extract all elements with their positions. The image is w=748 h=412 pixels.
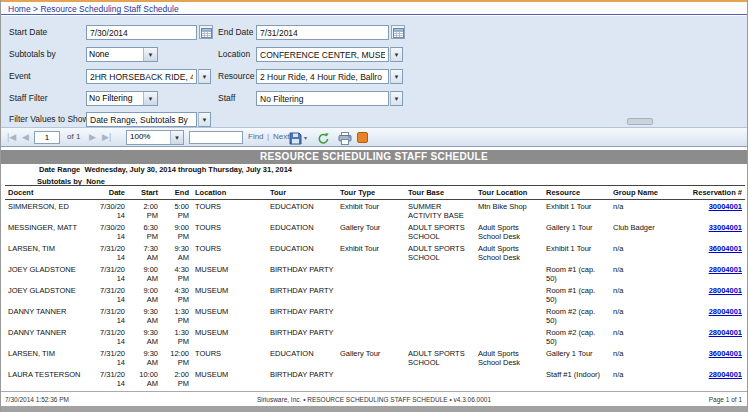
cell: MUSEUM [192, 326, 267, 347]
cell: MUSEUM [192, 284, 267, 305]
cell: Room #1 (cap. 50) [543, 263, 610, 284]
end-date-calendar-icon[interactable] [391, 25, 405, 39]
cell [405, 305, 475, 326]
cell: SUMMER ACTIVITY BASE [405, 200, 475, 222]
cell: 7:30 AM [128, 242, 161, 263]
cell: EDUCATION [267, 221, 337, 242]
cell: Staff #1 (Indoor) [543, 368, 610, 389]
reservation-link[interactable]: 28004001 [709, 370, 742, 379]
prev-page-icon[interactable]: ◀ [22, 131, 29, 144]
reservation-link[interactable]: 30004001 [709, 202, 742, 211]
cell: 28004001 [672, 368, 745, 389]
cell: TOURS [192, 221, 267, 242]
start-date-input[interactable] [86, 25, 197, 40]
data-feed-icon[interactable] [357, 132, 368, 143]
zoom-value: 100% [127, 131, 170, 144]
report-footer: 7/30/2014 1:52:36 PM Siriusware, Inc. • … [1, 391, 747, 407]
cell: Room #1 (cap. 50) [543, 284, 610, 305]
cell: 36004001 [672, 242, 745, 263]
cell: Mtn Bike Shop [475, 200, 543, 222]
cell: Gallery 1 Tour [543, 221, 610, 242]
export-save-icon[interactable] [289, 131, 303, 144]
breadcrumb: Home > Resource Scheduling Staff Schedul… [1, 2, 747, 15]
cell: Exhibit Tour [337, 200, 405, 222]
event-dropdown-icon[interactable]: ▼ [198, 69, 211, 84]
footer-page-info: Page 1 of 1 [709, 396, 742, 403]
filter-values-input[interactable] [86, 112, 197, 127]
next-link[interactable]: Next [273, 132, 289, 141]
reservation-link[interactable]: 28004001 [709, 307, 742, 316]
cell: Adult Sports School Desk [475, 347, 543, 368]
cell: 9:00 AM [128, 284, 161, 305]
column-header: Tour [267, 186, 337, 200]
cell: 33004001 [672, 221, 745, 242]
staff-input[interactable] [256, 91, 389, 106]
cell [405, 368, 475, 389]
resource-input[interactable] [256, 69, 389, 84]
event-input[interactable] [86, 69, 197, 84]
cell: DANNY TANNER [5, 326, 95, 347]
reservation-link[interactable]: 36004001 [709, 244, 742, 253]
filter-panel: Start Date End Date Subtotals by None▼ L… [1, 16, 747, 127]
chevron-down-icon[interactable]: ▼ [143, 48, 157, 61]
staff-dropdown-icon[interactable]: ▼ [390, 91, 403, 106]
reservation-link[interactable]: 28004001 [709, 286, 742, 295]
cell [337, 305, 405, 326]
cell: ADULT SPORTS SCHOOL [405, 242, 475, 263]
cell: 1:30 PM [161, 326, 192, 347]
table-row: DANNY TANNER7/31/20149:30 AM1:30 PMMUSEU… [5, 326, 745, 347]
reservation-link[interactable]: 36004001 [709, 349, 742, 358]
cell: 7/30/2014 [95, 200, 128, 222]
print-icon[interactable] [338, 131, 352, 144]
subtotals-by-label: Subtotals by [9, 47, 56, 62]
first-page-icon[interactable]: |◀ [7, 131, 16, 144]
location-dropdown-icon[interactable]: ▼ [390, 47, 403, 62]
start-date-calendar-icon[interactable] [199, 25, 213, 39]
staff-field: ▼ [256, 91, 403, 106]
column-header: Tour Base [405, 186, 475, 200]
cell: 12:00 PM [161, 347, 192, 368]
cell: BIRTHDAY PARTY [267, 284, 337, 305]
find-input[interactable] [189, 131, 243, 144]
cell: ADULT SPORTS SCHOOL [405, 221, 475, 242]
cell: Gallery 1 Tour [543, 347, 610, 368]
date-range-label: Date Range [39, 165, 80, 174]
cell: n/a [610, 347, 672, 368]
report-meta: Date Range Wednesday, July 30, 2014 thro… [1, 165, 747, 186]
cell: BIRTHDAY PARTY [267, 263, 337, 284]
page-number-input[interactable] [34, 131, 60, 144]
reservation-link[interactable]: 28004001 [709, 328, 742, 337]
reservation-link[interactable]: 28004001 [709, 265, 742, 274]
cell: n/a [610, 326, 672, 347]
table-row: JOEY GLADSTONE7/31/20149:00 AM4:30 PMMUS… [5, 284, 745, 305]
cell [475, 263, 543, 284]
cell: 9:30 AM [128, 347, 161, 368]
cell: Adult Sports School Desk [475, 242, 543, 263]
breadcrumb-home-link[interactable]: Home [8, 4, 31, 14]
cell: EDUCATION [267, 347, 337, 368]
export-caret-icon[interactable]: ▾ [304, 134, 307, 141]
cell: 7/31/2014 [95, 284, 128, 305]
next-page-icon[interactable]: ▶ [89, 131, 96, 144]
table-row: LARSEN, TIM7/31/20147:30 AM9:30 AMTOURSE… [5, 242, 745, 263]
refresh-icon[interactable] [317, 131, 331, 144]
staff-filter-select[interactable]: No Filtering▼ [86, 91, 158, 106]
page-of-label: of 1 [67, 132, 80, 141]
reservation-link[interactable]: 33004001 [709, 223, 742, 232]
zoom-select[interactable]: 100% ▼ [126, 130, 184, 145]
last-page-icon[interactable]: ▶| [102, 131, 111, 144]
find-link[interactable]: Find [248, 132, 264, 141]
chevron-down-icon[interactable]: ▼ [143, 92, 157, 105]
filter-values-dropdown-icon[interactable]: ▼ [198, 112, 211, 127]
resource-dropdown-icon[interactable]: ▼ [390, 69, 403, 84]
cell: 28004001 [672, 284, 745, 305]
cell [337, 368, 405, 389]
cell: MUSEUM [192, 263, 267, 284]
cell: LAURA TESTERSON [5, 368, 95, 389]
end-date-input[interactable] [256, 25, 389, 40]
chevron-down-icon[interactable]: ▼ [170, 131, 183, 144]
column-header: Resource [543, 186, 610, 200]
subtotals-by-select[interactable]: None▼ [86, 47, 158, 62]
location-input[interactable] [256, 47, 389, 62]
mini-scrollbar-thumb[interactable] [627, 118, 653, 125]
